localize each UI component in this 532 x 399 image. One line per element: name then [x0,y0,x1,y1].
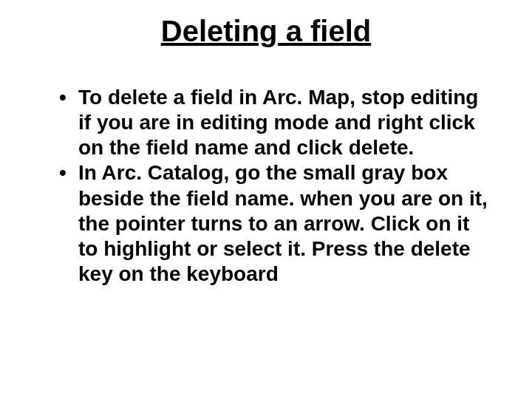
slide-title: Deleting a field [37,15,495,48]
slide: Deleting a field To delete a field in Ar… [0,0,532,399]
list-item: In Arc. Catalog, go the small gray box b… [59,160,488,287]
bullet-list: To delete a field in Arc. Map, stop edit… [37,85,495,287]
list-item: To delete a field in Arc. Map, stop edit… [59,85,488,160]
